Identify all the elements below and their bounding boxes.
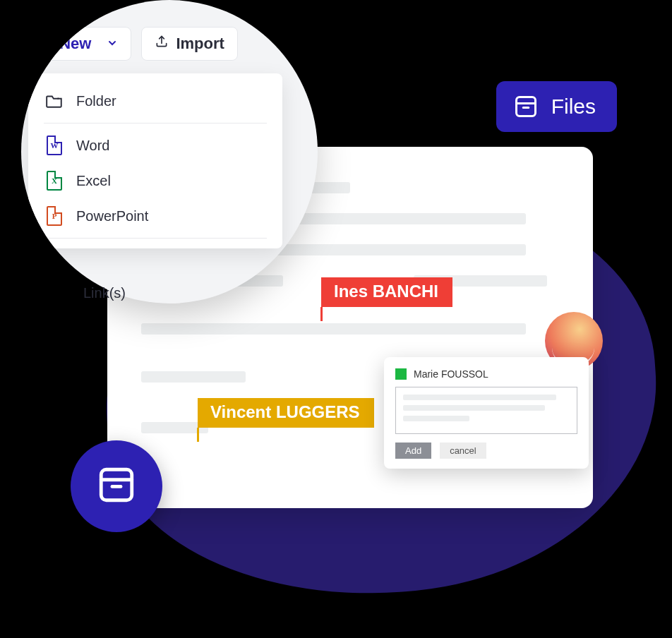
menu-item-excel[interactable]: X Excel — [28, 163, 282, 198]
skeleton-line — [403, 405, 545, 411]
skeleton-line — [141, 323, 526, 335]
skeleton-line — [403, 416, 469, 421]
word-icon: W — [45, 136, 64, 155]
menu-item-powerpoint[interactable]: P PowerPoint — [28, 198, 282, 234]
menu-item-links[interactable]: Link(s) — [83, 285, 126, 301]
menu-item-folder[interactable]: Folder — [28, 83, 282, 119]
excel-icon: X — [45, 171, 64, 190]
import-button[interactable]: Import — [141, 27, 237, 61]
comment-textarea[interactable] — [395, 387, 577, 434]
new-button-label: New — [59, 35, 91, 53]
files-badge-label: Files — [551, 95, 596, 119]
divider — [44, 123, 267, 124]
new-dropdown: Folder W Word X Excel P PowerPoint — [28, 73, 282, 248]
user-cursor-ines: Ines BANCHI — [321, 277, 452, 307]
archive-icon — [96, 464, 137, 508]
cancel-button[interactable]: cancel — [440, 443, 486, 459]
menu-item-word[interactable]: W Word — [28, 128, 282, 163]
skeleton-line — [403, 395, 556, 400]
svg-point-6 — [58, 98, 59, 99]
archive-icon — [513, 94, 539, 119]
folder-icon — [45, 92, 64, 110]
archive-round-button[interactable] — [71, 440, 162, 532]
new-menu-panel: + New Import Folder — [21, 0, 318, 303]
menu-item-label: Excel — [76, 173, 111, 189]
menu-item-label: Folder — [76, 93, 116, 109]
files-badge: Files — [496, 81, 617, 132]
add-button[interactable]: Add — [395, 443, 431, 459]
user-color-swatch — [395, 368, 407, 380]
plus-icon: + — [42, 37, 52, 52]
new-button[interactable]: + New — [28, 27, 131, 61]
import-button-label: Import — [176, 35, 224, 53]
chevron-down-icon — [107, 35, 118, 53]
skeleton-line — [141, 371, 246, 383]
powerpoint-icon: P — [45, 207, 64, 225]
menu-item-label: Word — [76, 138, 109, 154]
user-cursor-vincent: Vincent LUGGERS — [198, 398, 374, 428]
menu-item-label: PowerPoint — [76, 208, 148, 224]
upload-icon — [155, 35, 169, 53]
divider — [44, 238, 267, 239]
comment-popover: Marie FOUSSOL Add cancel — [384, 357, 589, 469]
comment-user-name: Marie FOUSSOL — [414, 368, 488, 380]
